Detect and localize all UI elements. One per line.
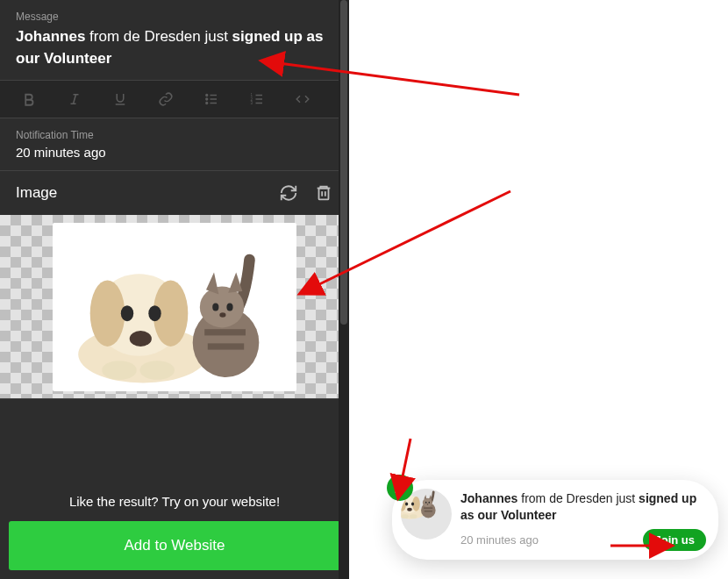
editor-scrollbar[interactable] xyxy=(339,0,349,579)
svg-line-18 xyxy=(74,95,76,104)
cta-text: Like the result? Try on your website! xyxy=(9,494,340,509)
notification-time-value[interactable]: 20 minutes ago xyxy=(16,145,333,160)
link-button[interactable] xyxy=(156,89,175,109)
unordered-list-button[interactable] xyxy=(202,89,221,109)
notification-time-section: Notification Time 20 minutes ago xyxy=(0,118,349,171)
notif-mid: from de Dresden just xyxy=(517,491,639,505)
join-us-button[interactable]: Join us xyxy=(643,529,706,551)
svg-point-24 xyxy=(206,103,208,104)
bold-button[interactable] xyxy=(19,89,39,109)
rich-text-toolbar: 123 xyxy=(0,81,349,118)
notification-message: Johannes from de Dresden just signed up … xyxy=(460,490,706,524)
replace-image-icon[interactable] xyxy=(279,183,298,203)
italic-button[interactable] xyxy=(65,89,84,109)
message-section: Message Johannes from de Dresden just si… xyxy=(0,0,349,81)
notification-bottom-row: 20 minutes ago Join us xyxy=(460,529,706,551)
svg-point-23 xyxy=(206,98,208,100)
scrollbar-thumb[interactable] xyxy=(340,0,347,325)
notif-bold-name: Johannes xyxy=(460,491,517,505)
notification-time-label: Notification Time xyxy=(16,129,333,141)
message-mid: from de Dresden just xyxy=(85,28,232,45)
image-actions xyxy=(279,183,333,203)
cta-block: Like the result? Try on your website! Ad… xyxy=(0,478,349,579)
code-button[interactable] xyxy=(293,89,312,109)
notification-time: 20 minutes ago xyxy=(460,533,634,547)
notification-body: Johannes from de Dresden just signed up … xyxy=(460,489,706,551)
editor-panel: Message Johannes from de Dresden just si… xyxy=(0,0,349,579)
ordered-list-button[interactable]: 123 xyxy=(247,89,267,109)
svg-text:3: 3 xyxy=(251,101,253,105)
image-label: Image xyxy=(16,184,279,202)
message-bold-name: Johannes xyxy=(16,28,85,45)
notification-preview-card: Johannes from de Dresden just signed up … xyxy=(392,480,718,560)
add-to-website-button[interactable]: Add to Website xyxy=(9,521,340,570)
message-label: Message xyxy=(16,11,333,23)
image-preview xyxy=(53,223,296,391)
image-section-header: Image xyxy=(0,171,349,215)
message-text[interactable]: Johannes from de Dresden just signed up … xyxy=(16,26,333,69)
delete-image-icon[interactable] xyxy=(314,183,333,203)
underline-button[interactable] xyxy=(111,89,130,109)
image-well[interactable] xyxy=(0,215,349,399)
svg-rect-34 xyxy=(319,189,329,200)
svg-point-22 xyxy=(206,95,208,96)
